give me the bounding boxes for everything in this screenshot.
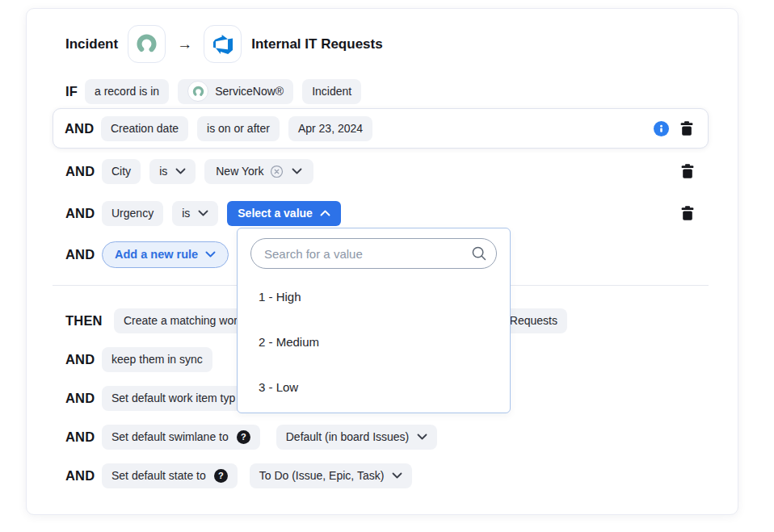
azure-devops-icon — [213, 35, 233, 54]
servicenow-icon — [187, 81, 208, 102]
info-icon[interactable] — [654, 121, 669, 136]
chevron-down-icon — [205, 251, 216, 258]
azure-devops-tool-box — [204, 25, 242, 63]
chevron-up-icon — [320, 210, 330, 216]
and-keyword: AND — [65, 247, 102, 262]
state-setting-label: Set default state to — [111, 469, 206, 482]
operator-chip[interactable]: is on or after — [197, 116, 280, 141]
field-chip[interactable]: Creation date — [101, 116, 188, 141]
search-input[interactable] — [250, 238, 497, 269]
chevron-down-icon — [392, 472, 402, 479]
servicenow-tool-box — [128, 25, 166, 63]
arrow-icon: → — [175, 36, 194, 53]
rule-builder-screen: Incident → Internal IT Requests — [0, 0, 774, 532]
record-type-label: Incident — [312, 85, 351, 98]
help-icon[interactable]: ? — [237, 430, 250, 444]
trash-icon[interactable] — [680, 121, 693, 136]
trash-icon[interactable] — [681, 164, 694, 178]
record-type-chip[interactable]: Incident — [302, 79, 361, 104]
value-label: Apr 23, 2024 — [298, 122, 363, 135]
tool-chip-servicenow[interactable]: ServiceNow® — [178, 79, 293, 104]
target-title: Internal IT Requests — [251, 36, 382, 52]
operator-chip[interactable]: is — [172, 201, 218, 226]
then-action-label-start: Create a matching work — [124, 314, 243, 327]
trash-icon[interactable] — [681, 206, 694, 220]
and-keyword: AND — [65, 206, 102, 221]
operator-label: is on or after — [207, 122, 270, 135]
value-label: New York — [216, 165, 263, 178]
remove-value-icon[interactable] — [270, 165, 284, 178]
operator-chip[interactable]: is — [149, 159, 196, 184]
field-label: Creation date — [111, 122, 179, 135]
swimlane-setting-chip[interactable]: Set default swimlane to ? — [102, 425, 260, 450]
record-scope-label: a record is in — [95, 85, 159, 98]
and-keyword: AND — [65, 429, 102, 445]
value-dropdown: 1 - High 2 - Medium 3 - Low — [237, 228, 511, 413]
rule-row-creation-date: AND Creation date is on or after Apr 23,… — [53, 108, 709, 149]
dropdown-option-low[interactable]: 3 - Low — [259, 376, 298, 397]
select-value-button[interactable]: Select a value — [227, 201, 341, 226]
chevron-down-icon — [417, 434, 427, 440]
and-keyword: AND — [65, 391, 102, 406]
operator-label: is — [159, 165, 167, 178]
source-title: Incident — [65, 36, 118, 52]
swimlane-value-chip[interactable]: Default (in board Issues) — [276, 425, 438, 450]
tool-chip-label: ServiceNow® — [215, 85, 284, 98]
chevron-down-icon — [292, 168, 302, 174]
value-chip[interactable]: Apr 23, 2024 — [288, 116, 372, 141]
work-item-type-chip[interactable]: Set default work item typ — [102, 386, 245, 411]
and-keyword: AND — [65, 352, 102, 367]
field-label: City — [111, 165, 131, 178]
help-icon[interactable]: ? — [214, 469, 228, 483]
if-keyword: IF — [65, 84, 85, 99]
search-icon — [471, 245, 487, 262]
select-value-label: Select a value — [238, 207, 313, 220]
then-keyword: THEN — [65, 313, 114, 329]
keep-in-sync-chip[interactable]: keep them in sync — [102, 347, 212, 372]
value-chip[interactable]: New York — [204, 159, 313, 184]
rule-builder-card: Incident → Internal IT Requests — [26, 8, 738, 515]
and-keyword: AND — [65, 121, 101, 136]
swimlane-row: AND Set default swimlane to ? Default (i… — [27, 424, 738, 450]
rule-row-urgency: AND Urgency is Select a value — [27, 200, 738, 226]
chevron-down-icon — [198, 210, 208, 216]
rule-row-city: AND City is New York — [27, 158, 738, 184]
state-value-chip[interactable]: To Do (Issue, Epic, Task) — [250, 463, 413, 488]
and-keyword: AND — [65, 468, 102, 484]
work-item-type-label: Set default work item typ — [111, 392, 235, 404]
dropdown-option-medium[interactable]: 2 - Medium — [259, 331, 319, 352]
add-new-rule-button[interactable]: Add a new rule — [102, 241, 229, 268]
servicenow-icon — [136, 33, 158, 55]
add-new-rule-label: Add a new rule — [115, 248, 198, 261]
flow-header: Incident → Internal IT Requests — [65, 25, 383, 63]
record-scope-chip[interactable]: a record is in — [85, 79, 169, 104]
dropdown-option-high[interactable]: 1 - High — [259, 286, 301, 307]
field-chip[interactable]: Urgency — [102, 201, 163, 226]
if-row: IF a record is in ServiceNow® Incident — [27, 78, 738, 104]
keep-in-sync-label: keep them in sync — [111, 353, 203, 366]
swimlane-value-label: Default (in board Issues) — [286, 430, 410, 443]
state-setting-chip[interactable]: Set default state to ? — [102, 463, 238, 488]
swimlane-setting-label: Set default swimlane to — [111, 430, 229, 443]
state-value-label: To Do (Issue, Epic, Task) — [259, 469, 385, 482]
chevron-down-icon — [175, 168, 186, 174]
field-chip[interactable]: City — [102, 159, 141, 184]
field-label: Urgency — [111, 207, 154, 220]
state-row: AND Set default state to ? To Do (Issue,… — [27, 463, 738, 488]
operator-label: is — [182, 207, 190, 220]
and-keyword: AND — [65, 164, 102, 179]
